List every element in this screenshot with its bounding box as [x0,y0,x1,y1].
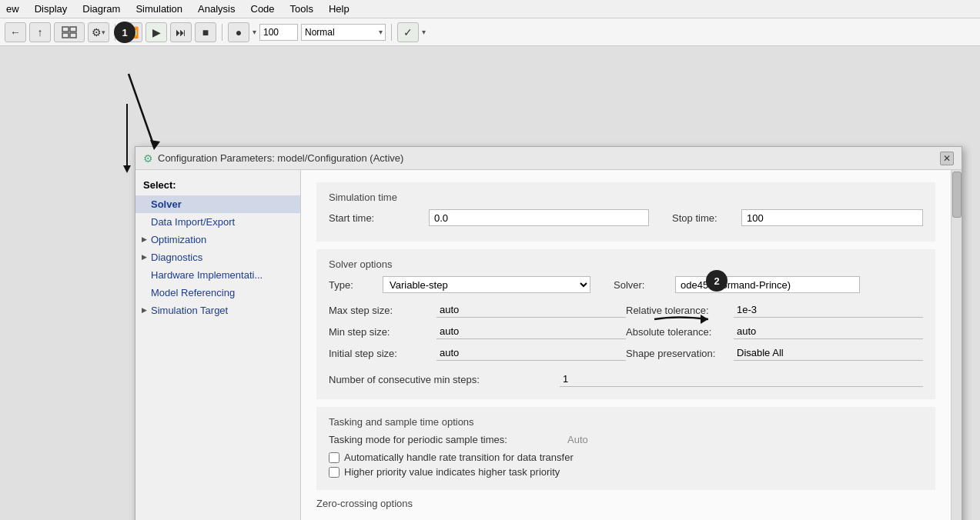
sidebar-header: Select: [135,176,300,195]
check-rate-transition: Automatically handle rate transition for… [329,452,923,463]
consec-label: Number of consecutive min steps: [329,374,560,385]
consec-input[interactable] [560,372,923,387]
abs-tol-input[interactable] [734,324,923,339]
stop-time-input[interactable] [741,209,923,226]
priority-label: Higher priority value indicates higher t… [344,466,560,478]
shape-row: Shape preservation: [626,342,923,364]
type-label: Type: [329,279,375,291]
model-browser-button[interactable] [54,22,85,42]
toolbar: ← ↑ ⚙ ▾ 1 ⏪ ▶ ⏭ ■ ● ▾ Normal Accelerator… [0,18,980,46]
tasking-mode-label: Tasking mode for periodic sample times: [329,434,560,445]
sidebar-item-sim-target[interactable]: Simulation Target [135,302,300,319]
simulation-time-section: Simulation time Start time: Stop time: [316,182,935,242]
tasking-mode-value: Auto [567,434,588,445]
shape-input[interactable] [734,345,923,361]
solver-options-title: Solver options [329,258,923,270]
min-step-input[interactable] [436,324,626,339]
tasking-section: Tasking and sample time options Tasking … [316,407,935,490]
min-step-row: Min step size: [329,321,626,342]
sidebar-item-optimization[interactable]: Optimization [135,231,300,248]
annotation-badge-2: 2 [706,270,727,292]
check-button[interactable]: ✓ [397,22,419,42]
sidebar: Select: Solver Data Import/Export Optimi… [135,170,301,520]
max-step-label: Max step size: [329,305,436,316]
svg-rect-0 [62,27,69,32]
stop-button[interactable]: ■ [195,22,216,42]
shape-label: Shape preservation: [626,348,734,359]
separator-3 [391,24,392,41]
type-select[interactable]: Variable-step Fixed-step [383,276,590,293]
main-panel: Simulation time Start time: Stop time: S… [301,170,951,520]
sidebar-item-diagnostics[interactable]: Diagnostics [135,248,300,266]
rate-transition-label: Automatically handle rate transition for… [344,452,574,463]
solver-col-right: Relative tolerance: Absolute tolerance: … [626,299,923,364]
solver-grid: Max step size: Min step size: Initial st… [329,299,923,364]
back-button[interactable]: ← [5,22,26,42]
up-button[interactable]: ↑ [29,22,51,42]
start-stop-row: Start time: Stop time: [329,209,923,226]
settings-button[interactable]: ⚙ ▾ [88,22,109,42]
type-solver-row: Type: Variable-step Fixed-step Solver: 2 [329,276,923,293]
max-step-input[interactable] [436,302,626,318]
rate-transition-checkbox[interactable] [329,452,339,463]
dialog-title-icon: ⚙ [143,152,153,165]
menubar: ew Display Diagram Simulation Analysis C… [0,0,980,18]
svg-line-7 [129,74,154,146]
sidebar-item-model-ref[interactable]: Model Referencing [135,284,300,302]
menu-diagram[interactable]: Diagram [79,2,123,16]
dialog-titlebar: ⚙ Configuration Parameters: model/Config… [135,147,962,170]
record-dropdown[interactable]: ▾ [253,28,256,36]
gear-icon: ⚙ [92,26,102,38]
stop-time-label: Stop time: [672,212,734,224]
record-button[interactable]: ● [228,22,249,42]
config-dialog: ⚙ Configuration Parameters: model/Config… [135,146,962,520]
min-step-label: Min step size: [329,326,436,338]
sidebar-item-data-import[interactable]: Data Import/Export [135,213,300,231]
annotation-badge-1: 1 [114,22,135,43]
dialog-title: ⚙ Configuration Parameters: model/Config… [143,152,403,165]
menu-tools[interactable]: Tools [287,2,316,16]
rel-tol-label: Relative tolerance: [626,305,734,316]
menu-display[interactable]: Display [32,2,71,16]
abs-tol-row: Absolute tolerance: [626,321,923,342]
sidebar-item-hardware[interactable]: Hardware Implementati... [135,266,300,284]
scrollbar[interactable] [951,170,962,520]
content-area: ⚙ Configuration Parameters: model/Config… [0,46,980,520]
rel-tol-row: Relative tolerance: [626,299,923,321]
priority-checkbox[interactable] [329,467,339,478]
menu-simulation[interactable]: Simulation [132,2,186,16]
step-forward-button[interactable]: ⏭ [170,22,192,42]
sim-time-section-title: Simulation time [329,192,923,203]
max-step-row: Max step size: [329,299,626,321]
sim-time-input[interactable] [259,24,298,41]
menu-ew[interactable]: ew [3,2,22,16]
abs-tol-label: Absolute tolerance: [626,326,734,338]
scrollbar-thumb[interactable] [952,172,962,218]
dialog-close-button[interactable]: ✕ [940,152,954,165]
svg-rect-2 [62,33,69,38]
menu-code[interactable]: Code [248,2,278,16]
menu-help[interactable]: Help [326,2,353,16]
start-time-input[interactable] [429,209,649,226]
solver-col-left: Max step size: Min step size: Initial st… [329,299,626,364]
dialog-body: Select: Solver Data Import/Export Optimi… [135,170,962,520]
svg-rect-3 [70,33,76,38]
dialog-title-text: Configuration Parameters: model/Configur… [158,152,403,164]
svg-rect-1 [70,27,76,32]
sidebar-item-solver[interactable]: Solver [135,195,300,213]
init-step-label: Initial step size: [329,348,436,359]
check-dropdown[interactable]: ▾ [422,28,426,36]
separator-2 [222,24,222,41]
check-priority: Higher priority value indicates higher t… [329,466,923,478]
init-step-input[interactable] [436,345,626,361]
tasking-title: Tasking and sample time options [329,416,923,428]
mode-select[interactable]: Normal Accelerator Rapid Accelerator [301,24,386,41]
init-step-row: Initial step size: [329,342,626,364]
solver-input[interactable] [675,276,860,293]
tasking-mode-row: Tasking mode for periodic sample times: … [329,434,923,445]
menu-analysis[interactable]: Analysis [195,2,238,16]
zero-crossing-title: Zero-crossing options [316,498,935,509]
play-button[interactable]: ▶ [145,22,167,42]
rel-tol-input[interactable] [734,302,923,318]
solver-label: Solver: [614,279,667,291]
